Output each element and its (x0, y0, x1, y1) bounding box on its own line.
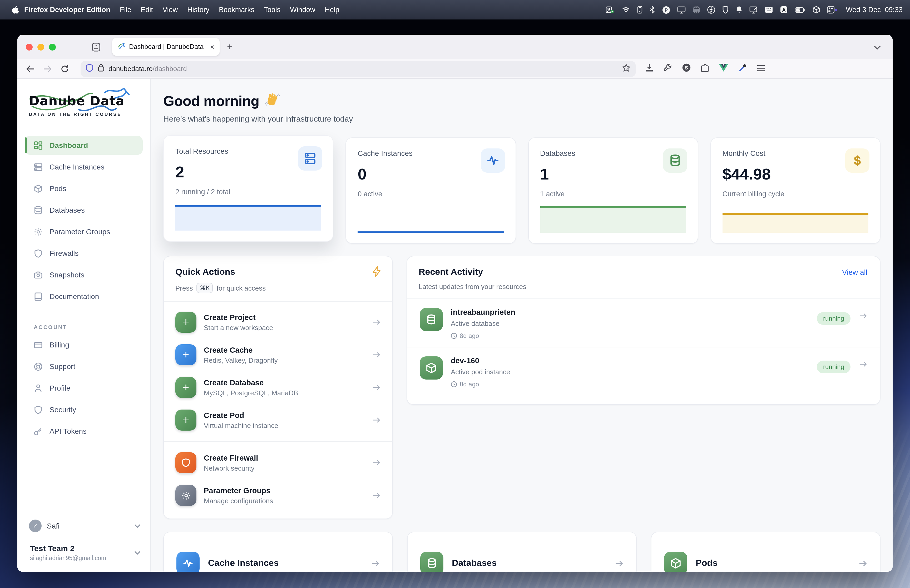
menu-help[interactable]: Help (325, 6, 339, 14)
downloads-icon[interactable] (645, 63, 653, 74)
resource-card-databases[interactable]: Databases (407, 531, 637, 572)
user-switch-icon[interactable] (606, 6, 614, 14)
list-all-tabs-icon[interactable] (874, 43, 881, 52)
menubar-app-name[interactable]: Firefox Developer Edition (24, 6, 110, 14)
menu-bookmarks[interactable]: Bookmarks (219, 6, 254, 14)
zoom-window-button[interactable] (49, 44, 56, 50)
url-host: danubedata.ro (108, 65, 153, 73)
sidebar-item-profile[interactable]: Profile (25, 378, 143, 397)
notification-icon[interactable] (736, 6, 742, 14)
lock-icon[interactable] (98, 64, 104, 74)
accessibility-icon[interactable] (707, 6, 715, 14)
shield-icon (34, 249, 43, 258)
quick-action-create-firewall[interactable]: Create FirewallNetwork security (164, 446, 392, 479)
sidebar-item-firewalls[interactable]: Firewalls (25, 244, 143, 263)
browser-tab[interactable]: Dashboard | DanubeData × (112, 38, 220, 56)
sidebar-item-snapshots[interactable]: Snapshots (25, 265, 143, 284)
sidebar-item-label: Pods (50, 184, 66, 193)
activity-row-database[interactable]: intreabaunprieten Active database 8d ago… (407, 299, 880, 347)
menu-file[interactable]: File (120, 6, 131, 14)
url-field[interactable]: danubedata.ro/dashboard (81, 61, 636, 77)
menu-edit[interactable]: Edit (141, 6, 153, 14)
dashboard-grid-icon (34, 141, 43, 150)
user-switcher[interactable]: ✓ Safi (18, 513, 150, 538)
team-switcher[interactable]: Test Team 2 silaghi.adrian95@gmail.com (18, 538, 150, 572)
sidebar-item-security[interactable]: Security (25, 400, 143, 419)
forward-button[interactable] (43, 65, 52, 73)
keyboard-icon[interactable] (765, 6, 773, 13)
apple-icon[interactable] (11, 5, 19, 14)
session-extension-icon[interactable]: S (682, 63, 691, 74)
stat-card-monthly-cost[interactable]: Monthly Cost $44.98 Current billing cycl… (710, 137, 881, 244)
sidebar-item-documentation[interactable]: Documentation (25, 287, 143, 306)
globe-icon[interactable] (692, 6, 700, 14)
onepassword-icon[interactable]: P (662, 5, 671, 14)
activity-desc: Active pod instance (451, 368, 510, 376)
back-button[interactable] (26, 65, 35, 73)
sidebar-item-billing[interactable]: Billing (25, 335, 143, 354)
sidebar-item-databases[interactable]: Databases (25, 200, 143, 220)
display-icon[interactable] (677, 6, 686, 13)
tab-favicon (118, 42, 125, 51)
firefox-sidebar-icon[interactable] (92, 42, 100, 52)
menubar-clock[interactable]: Wed 3 Dec 09:33 (846, 6, 903, 14)
sidebar-item-label: Profile (50, 384, 70, 392)
battery-icon[interactable] (795, 6, 806, 13)
resource-card-pods[interactable]: Pods (651, 531, 881, 572)
sidebar-item-pods[interactable]: Pods (25, 179, 143, 198)
tracking-protection-icon[interactable] (86, 63, 93, 74)
activity-name: intreabaunprieten (451, 308, 515, 317)
activity-row-pod[interactable]: dev-160 Active pod instance 8d ago runni… (407, 347, 880, 395)
docker-icon[interactable] (813, 6, 820, 14)
tab-close-icon[interactable]: × (210, 43, 214, 51)
arrow-right-icon (859, 312, 867, 320)
sidebar-item-cache-instances[interactable]: Cache Instances (25, 157, 143, 176)
color-picker-icon[interactable] (738, 63, 747, 74)
quick-action-create-project[interactable]: + Create ProjectStart a new workspace (164, 306, 392, 338)
sidebar-item-parameter-groups[interactable]: Parameter Groups (25, 222, 143, 241)
stat-card-cache-instances[interactable]: Cache Instances 0 0 active (346, 137, 516, 244)
menu-tools[interactable]: Tools (264, 6, 280, 14)
servers-icon (298, 146, 323, 171)
sidebar-item-dashboard[interactable]: Dashboard (25, 136, 143, 155)
vue-devtools-icon[interactable] (719, 64, 728, 74)
wrench-icon[interactable] (664, 63, 672, 74)
quick-action-parameter-groups[interactable]: Parameter GroupsManage configurations (164, 479, 392, 512)
menu-hamburger-icon[interactable] (757, 64, 765, 73)
activity-desc: Active database (451, 320, 515, 328)
reload-button[interactable] (61, 65, 69, 73)
minimize-window-button[interactable] (37, 44, 44, 50)
control-center-icon[interactable] (827, 6, 837, 14)
menu-history[interactable]: History (187, 6, 209, 14)
view-all-link[interactable]: View all (842, 268, 867, 276)
resource-card-cache-instances[interactable]: Cache Instances (163, 531, 393, 572)
close-window-button[interactable] (26, 44, 33, 50)
press-prefix: Press (175, 284, 193, 292)
device-battery-icon[interactable] (637, 6, 642, 14)
recent-activity-title: Recent Activity (419, 267, 868, 278)
sidebar-item-support[interactable]: Support (25, 357, 143, 376)
shield-app-icon[interactable] (722, 6, 729, 14)
bluetooth-icon[interactable] (649, 6, 655, 14)
input-source-icon[interactable]: A (780, 6, 788, 14)
stat-card-databases[interactable]: Databases 1 1 active (528, 137, 698, 244)
sidebar-item-api-tokens[interactable]: API Tokens (25, 422, 143, 441)
stat-card-total-resources[interactable]: Total Resources 2 2 running / 2 total (163, 135, 334, 242)
extensions-icon[interactable] (701, 63, 709, 74)
menu-view[interactable]: View (162, 6, 178, 14)
quick-action-create-database[interactable]: + Create DatabaseMySQL, PostgreSQL, Mari… (164, 371, 392, 404)
arrow-right-icon (372, 459, 381, 467)
new-tab-button[interactable]: + (227, 41, 233, 52)
gear-icon (34, 227, 43, 236)
app-logo[interactable]: Danube Data DATA ON THE RIGHT COURSE (18, 79, 150, 120)
wifi-icon[interactable] (621, 6, 630, 13)
key-icon (34, 426, 43, 436)
quick-action-create-pod[interactable]: + Create PodVirtual machine instance (164, 404, 392, 436)
sidecar-icon[interactable] (749, 6, 758, 13)
menu-window[interactable]: Window (290, 6, 315, 14)
bookmark-star-icon[interactable] (622, 64, 630, 74)
quick-action-title: Create Pod (204, 411, 278, 419)
quick-action-create-cache[interactable]: + Create CacheRedis, Valkey, Dragonfly (164, 338, 392, 371)
arrow-right-icon (858, 559, 867, 567)
status-badge: running (817, 312, 850, 325)
